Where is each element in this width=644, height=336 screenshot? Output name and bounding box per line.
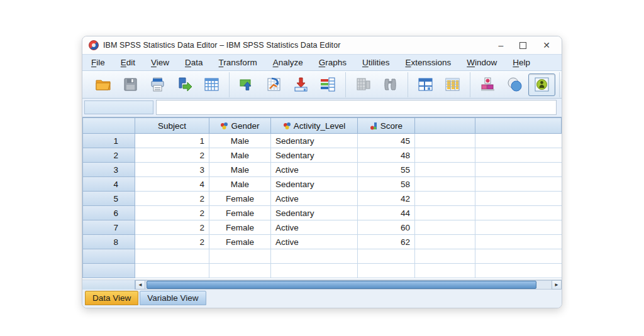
cell[interactable]	[271, 264, 358, 278]
cell[interactable]	[475, 177, 562, 192]
cell[interactable]: 58	[358, 177, 415, 192]
cell[interactable]	[415, 220, 475, 235]
row-number[interactable]: 7	[82, 220, 135, 235]
cell[interactable]	[475, 192, 562, 206]
cell[interactable]: Female	[209, 192, 271, 206]
split-file-icon[interactable]	[350, 73, 377, 96]
cell[interactable]	[415, 177, 475, 192]
cell[interactable]: 45	[358, 134, 415, 148]
cell[interactable]: Female	[209, 220, 271, 235]
cell[interactable]: 60	[358, 220, 415, 235]
column-header-subject[interactable]: Subject	[135, 117, 209, 134]
cell[interactable]: Active	[271, 163, 358, 177]
menu-utilities[interactable]: Utilities	[362, 58, 390, 67]
cell[interactable]: 3	[135, 163, 209, 177]
cell[interactable]	[475, 163, 562, 177]
cell[interactable]	[475, 206, 562, 220]
menu-extensions[interactable]: Extenssions	[405, 58, 451, 67]
horizontal-scrollbar-thumb[interactable]	[147, 281, 536, 289]
use-variable-sets-icon[interactable]	[474, 73, 501, 96]
cell[interactable]: 4	[135, 177, 209, 192]
find-icon[interactable]	[377, 73, 404, 96]
cell[interactable]	[475, 249, 562, 264]
cell[interactable]	[475, 264, 562, 278]
cell[interactable]: 44	[358, 206, 415, 220]
column-header-score[interactable]: Score	[358, 117, 415, 134]
column-header-empty-1[interactable]	[415, 117, 475, 134]
recall-dialogs-icon[interactable]	[233, 73, 260, 96]
cell[interactable]	[358, 264, 415, 278]
cell[interactable]: Male	[209, 163, 271, 177]
scroll-left-icon[interactable]: ◄	[135, 280, 145, 290]
cell[interactable]: 2	[135, 220, 209, 235]
cell[interactable]: Female	[209, 235, 271, 249]
data-grid-icon[interactable]	[198, 73, 225, 96]
save-icon[interactable]	[117, 73, 144, 96]
menu-analyze[interactable]: Analyze	[273, 58, 303, 67]
goto-chart-icon[interactable]	[260, 73, 287, 96]
cell[interactable]	[415, 264, 475, 278]
menu-graphs[interactable]: Graphs	[319, 58, 347, 67]
cell[interactable]	[415, 134, 475, 148]
cell[interactable]	[415, 192, 475, 206]
cell[interactable]	[475, 134, 562, 148]
row-number[interactable]: 6	[82, 206, 135, 220]
cell[interactable]	[475, 220, 562, 235]
cell[interactable]	[415, 148, 475, 163]
menu-transform[interactable]: Transform	[219, 58, 257, 67]
menu-data[interactable]: Data	[185, 58, 203, 67]
select-cases-icon[interactable]	[501, 73, 528, 96]
cell[interactable]: 2	[135, 206, 209, 220]
cell-name-box[interactable]	[84, 100, 153, 114]
cell[interactable]: 2	[135, 148, 209, 163]
cell[interactable]: 42	[358, 192, 415, 206]
cell[interactable]: 62	[358, 235, 415, 249]
cell[interactable]: Sedentary	[271, 206, 358, 220]
row-number[interactable]	[82, 264, 135, 278]
cell[interactable]	[475, 148, 562, 163]
goto-case-icon[interactable]	[287, 73, 314, 96]
cell[interactable]: 2	[135, 192, 209, 206]
cell-editor-field[interactable]	[156, 100, 557, 115]
cell[interactable]	[209, 249, 271, 264]
cell[interactable]	[135, 264, 209, 278]
cell[interactable]	[358, 249, 415, 264]
scroll-right-icon[interactable]: ►	[552, 280, 562, 290]
menu-window[interactable]: Window	[467, 58, 497, 67]
row-number[interactable]	[82, 249, 135, 264]
menu-file[interactable]: File	[91, 58, 105, 67]
goto-variable-icon[interactable]	[314, 73, 341, 96]
menu-edit[interactable]: Edit	[121, 58, 135, 67]
cell[interactable]	[209, 264, 271, 278]
cell[interactable]	[415, 235, 475, 249]
cell[interactable]: Male	[209, 134, 271, 148]
minimize-button[interactable]: –	[498, 41, 503, 50]
cell[interactable]	[271, 249, 358, 264]
column-header-empty-2[interactable]	[475, 117, 562, 134]
print-icon[interactable]	[144, 73, 171, 96]
menu-help[interactable]: Help	[513, 58, 530, 67]
cell[interactable]: Sedentary	[271, 134, 358, 148]
cell[interactable]: Male	[209, 148, 271, 163]
menu-view[interactable]: View	[151, 58, 169, 67]
value-labels-toggle-icon[interactable]	[528, 73, 555, 96]
cell[interactable]: 55	[358, 163, 415, 177]
row-number[interactable]: 8	[82, 235, 135, 249]
cell[interactable]: Active	[271, 235, 358, 249]
close-button[interactable]: ✕	[543, 41, 550, 50]
cell[interactable]: Active	[271, 192, 358, 206]
cell[interactable]	[415, 249, 475, 264]
export-data-icon[interactable]	[171, 73, 198, 96]
cell[interactable]: Male	[209, 177, 271, 192]
cell[interactable]: Active	[271, 220, 358, 235]
cell[interactable]: 2	[135, 235, 209, 249]
cell[interactable]	[475, 235, 562, 249]
horizontal-scrollbar-track[interactable]	[145, 280, 552, 290]
row-number[interactable]: 5	[82, 192, 135, 206]
cell[interactable]: Female	[209, 206, 271, 220]
row-number[interactable]: 1	[82, 134, 135, 148]
cell[interactable]: 1	[135, 134, 209, 148]
maximize-button[interactable]	[519, 42, 526, 49]
cell[interactable]	[415, 163, 475, 177]
row-number[interactable]: 2	[82, 148, 135, 163]
